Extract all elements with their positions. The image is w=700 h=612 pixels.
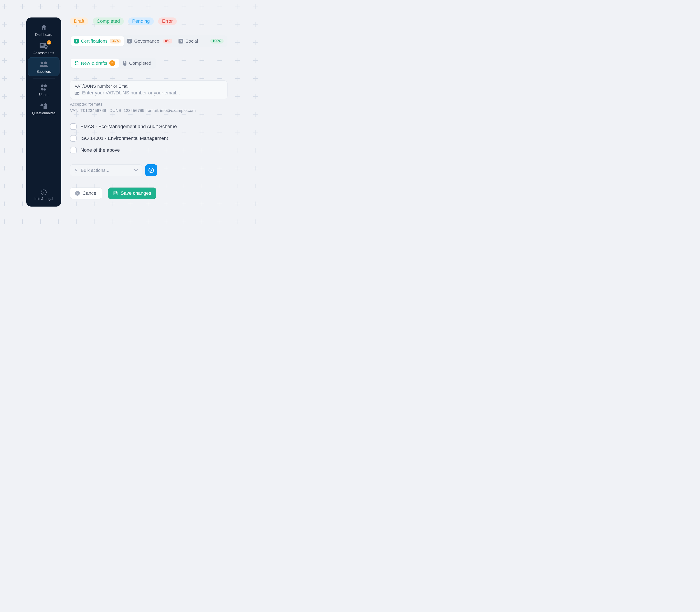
svg-rect-2 [41, 45, 43, 46]
svg-rect-14 [124, 64, 126, 65]
svg-point-12 [44, 103, 47, 106]
svg-point-6 [44, 61, 47, 64]
home-icon [39, 23, 48, 31]
step-tabs: 1 Certifications 36% 2 Governance 0% 3 S… [70, 36, 228, 47]
chevron-down-icon [134, 169, 138, 171]
checkbox[interactable] [70, 147, 77, 153]
sidebar-item-dashboard[interactable]: Dashboard [28, 20, 59, 39]
sidebar: Dashboard 2 Assessments Suppliers [26, 17, 61, 207]
status-pill-row: Draft Completed Pending Error [70, 17, 236, 25]
sub-tab-label: New & drafts [81, 60, 107, 66]
sidebar-item-label: Assessments [33, 51, 54, 55]
check-item-emas[interactable]: EMAS - Eco-Management and Audit Scheme [70, 123, 236, 130]
form-footer: ✕ Cancel Save changes [70, 187, 236, 199]
step-number: 3 [178, 39, 183, 43]
bulk-actions-select[interactable]: Bulk actions... [70, 164, 142, 176]
tab-certifications[interactable]: 1 Certifications 36% [71, 36, 124, 46]
sidebar-item-assessments[interactable]: 2 Assessments [28, 39, 59, 57]
status-pill-error[interactable]: Error [158, 17, 177, 25]
svg-point-9 [41, 88, 43, 91]
status-pill-pending[interactable]: Pending [128, 17, 154, 25]
tab-governance[interactable]: 2 Governance 0% [124, 36, 175, 46]
button-label: Cancel [82, 190, 97, 196]
shapes-icon [39, 102, 48, 110]
save-button[interactable]: Save changes [108, 187, 156, 199]
svg-rect-18 [77, 93, 78, 94]
users-grid-icon [39, 83, 48, 92]
arrow-right-circle-icon [148, 167, 154, 173]
svg-rect-20 [115, 192, 116, 193]
locked-file-icon [123, 61, 127, 66]
save-icon [113, 191, 118, 196]
hint-line: VAT: IT0123456789 | DUNS: 123456789 | em… [70, 108, 236, 114]
step-percent: 100% [210, 39, 224, 43]
step-label: Governance [134, 39, 159, 44]
bulk-submit-button[interactable] [145, 164, 157, 176]
checkbox[interactable] [70, 123, 77, 130]
svg-rect-17 [77, 92, 79, 93]
step-number: 2 [127, 39, 132, 43]
bulk-actions-row: Bulk actions... [70, 164, 236, 176]
check-label: None of the above [81, 147, 120, 153]
input-hint: Accepted formats: VAT: IT0123456789 | DU… [70, 101, 236, 114]
step-percent: 36% [110, 39, 121, 43]
check-label: EMAS - Eco-Management and Audit Scheme [81, 124, 177, 129]
draft-file-icon [75, 61, 79, 66]
check-label: ISO 14001 - Environmental Management [81, 136, 168, 141]
checkbox-list: EMAS - Eco-Management and Audit Scheme I… [70, 123, 236, 153]
svg-point-7 [41, 84, 43, 87]
tab-social[interactable]: 3 Social 100% [175, 36, 227, 46]
step-label: Certifications [81, 39, 107, 44]
sub-tab-label: Completed [129, 60, 151, 66]
id-card-icon [75, 91, 79, 95]
hint-line: Accepted formats: [70, 101, 236, 108]
sidebar-footer-label: Info & Legal [34, 197, 53, 201]
sidebar-item-suppliers[interactable]: Suppliers [28, 57, 59, 76]
sidebar-item-label: Dashboard [35, 33, 52, 37]
sidebar-badge: 2 [47, 40, 51, 45]
vat-duns-input-card: VAT/DUNS number or Email [70, 81, 228, 99]
status-pill-completed[interactable]: Completed [93, 17, 124, 25]
bolt-icon [74, 168, 78, 173]
check-item-none[interactable]: None of the above [70, 147, 236, 153]
tab-completed[interactable]: Completed [119, 59, 155, 68]
sidebar-item-questionnaires[interactable]: Questionnaires [28, 99, 59, 117]
svg-point-19 [149, 168, 153, 173]
svg-rect-13 [43, 106, 47, 109]
svg-rect-15 [75, 91, 79, 95]
button-label: Save changes [121, 190, 151, 196]
svg-rect-21 [115, 193, 117, 195]
input-label: VAT/DUNS number or Email [75, 84, 223, 89]
checkbox[interactable] [70, 135, 77, 142]
sub-tab-badge: 2 [109, 60, 115, 66]
svg-rect-11 [43, 89, 46, 90]
vat-duns-input[interactable] [82, 90, 223, 96]
check-item-iso14001[interactable]: ISO 14001 - Environmental Management [70, 135, 236, 142]
cancel-button[interactable]: ✕ Cancel [70, 187, 103, 199]
sidebar-divider [33, 78, 55, 79]
status-pill-draft[interactable]: Draft [70, 17, 89, 25]
close-circle-icon: ✕ [75, 191, 80, 196]
svg-point-5 [40, 61, 43, 64]
main-content: Draft Completed Pending Error 1 Certific… [70, 17, 236, 199]
step-percent: 0% [163, 39, 172, 43]
svg-point-4 [45, 46, 47, 48]
sidebar-item-users[interactable]: Users [28, 81, 59, 99]
sub-tabs: New & drafts 2 Completed [70, 58, 156, 69]
svg-point-16 [76, 92, 77, 93]
sidebar-item-label: Users [39, 93, 48, 97]
people-icon [39, 60, 48, 68]
sidebar-info-legal[interactable]: i Info & Legal [34, 190, 53, 204]
step-label: Social [186, 39, 198, 44]
info-icon: i [41, 190, 46, 195]
step-number: 1 [74, 39, 79, 43]
sidebar-item-label: Suppliers [37, 70, 51, 74]
svg-rect-1 [41, 44, 43, 45]
sidebar-item-label: Questionnaires [32, 111, 56, 115]
tab-new-drafts[interactable]: New & drafts 2 [71, 59, 119, 68]
svg-point-8 [44, 84, 47, 87]
bulk-placeholder: Bulk actions... [81, 168, 109, 173]
